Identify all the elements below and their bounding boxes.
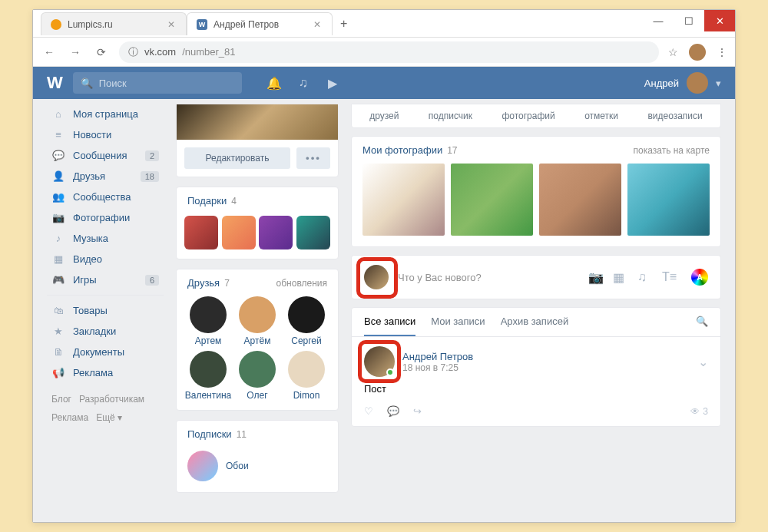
- stat-tags[interactable]: отметки: [584, 111, 618, 121]
- new-tab-button[interactable]: +: [333, 17, 355, 31]
- tab-lumpics[interactable]: Lumpics.ru ✕: [41, 12, 187, 35]
- nav-games[interactable]: 🎮Игры6: [47, 269, 164, 290]
- composer-avatar: [364, 265, 389, 289]
- friend-item[interactable]: Артём: [233, 296, 281, 346]
- like-button[interactable]: ♡: [364, 405, 373, 417]
- post-author-avatar[interactable]: [364, 346, 395, 377]
- friend-item[interactable]: Сергей: [283, 296, 330, 346]
- gift-item[interactable]: [259, 216, 293, 249]
- subs-title[interactable]: Подписки: [187, 428, 232, 440]
- tab-archive[interactable]: Архив записей: [501, 316, 569, 336]
- post-composer[interactable]: Что у Вас нового? 📷 ▦ ♫ T≡ A: [351, 255, 721, 299]
- vk-user-menu[interactable]: Андрей ▾: [644, 72, 721, 94]
- photo-thumb[interactable]: [627, 164, 710, 236]
- friends-title[interactable]: Друзья: [187, 277, 220, 289]
- friend-item[interactable]: Артем: [184, 296, 232, 346]
- music-icon: ♪: [51, 233, 65, 244]
- gifts-title[interactable]: Подарки: [187, 195, 227, 207]
- back-button[interactable]: ←: [41, 44, 58, 61]
- maximize-button[interactable]: ☐: [674, 10, 704, 31]
- photo-icon: 📷: [51, 212, 65, 223]
- profile-picture-card: Редактировать •••: [176, 104, 339, 177]
- photos-title[interactable]: Мои фотографии: [362, 144, 442, 156]
- close-icon[interactable]: ✕: [166, 19, 177, 30]
- minimize-button[interactable]: —: [643, 10, 674, 31]
- nav-video[interactable]: ▦Видео: [47, 249, 164, 269]
- stat-follower[interactable]: подписчик: [429, 111, 472, 121]
- main-column: друзей подписчик фотографий отметки виде…: [351, 104, 721, 522]
- reload-button[interactable]: ⟳: [93, 44, 110, 61]
- friend-item[interactable]: Валентина: [184, 351, 232, 401]
- edit-profile-button[interactable]: Редактировать: [184, 147, 290, 169]
- close-button[interactable]: ✕: [704, 10, 735, 31]
- show-on-map[interactable]: показать на карте: [634, 145, 710, 156]
- gift-item[interactable]: [222, 216, 256, 249]
- wall-search-icon[interactable]: 🔍: [696, 316, 708, 336]
- friend-item[interactable]: Олег: [233, 351, 281, 401]
- nav-communities[interactable]: 👥Сообщества: [47, 187, 164, 207]
- nav-news[interactable]: ≡Новости: [47, 124, 164, 145]
- menu-icon[interactable]: ⋮: [717, 46, 727, 58]
- comment-button[interactable]: 💬: [387, 405, 399, 417]
- share-button[interactable]: ↪: [413, 405, 422, 417]
- attach-video-icon[interactable]: ▦: [613, 270, 627, 285]
- chrome-profile-avatar[interactable]: [689, 44, 706, 61]
- friends-updates[interactable]: обновления: [276, 278, 327, 289]
- friend-avatar: [190, 351, 227, 388]
- photo-thumb[interactable]: [362, 164, 445, 236]
- gift-item[interactable]: [296, 216, 330, 249]
- nav-bookmarks[interactable]: ★Закладки: [47, 321, 164, 342]
- gift-item[interactable]: [184, 216, 218, 249]
- stat-photos[interactable]: фотографий: [502, 111, 554, 121]
- vk-logo[interactable]: W: [47, 73, 62, 93]
- friends-icon: 👤: [51, 170, 65, 182]
- stat-friends[interactable]: друзей: [369, 111, 399, 121]
- titlebar: Lumpics.ru ✕ W Андрей Петров ✕ + — ☐ ✕: [33, 10, 735, 38]
- sub-item[interactable]: Обои: [177, 444, 338, 492]
- nav-my-page[interactable]: ⌂Моя страница: [47, 104, 164, 124]
- footer-more[interactable]: Ещё ▾: [96, 411, 122, 425]
- vk-search[interactable]: 🔍 Поиск: [73, 72, 242, 94]
- close-icon[interactable]: ✕: [312, 19, 323, 30]
- photo-thumb[interactable]: [451, 164, 533, 236]
- nav-ads[interactable]: 📢Реклама: [47, 362, 164, 383]
- friends-card: Друзья7обновления АртемАртёмСергейВалент…: [176, 269, 339, 411]
- post-author-name[interactable]: Андрей Петров: [402, 351, 473, 362]
- friend-name: Валентина: [185, 390, 231, 401]
- play-icon[interactable]: ▶: [325, 75, 340, 91]
- star-icon[interactable]: ☆: [668, 46, 678, 58]
- footer-dev[interactable]: Разработчикам: [79, 392, 144, 406]
- nav-market[interactable]: 🛍Товары: [47, 300, 164, 321]
- notifications-icon[interactable]: 🔔: [266, 75, 282, 91]
- left-footer: Блог Разработчикам Реклама Ещё ▾: [47, 392, 164, 425]
- nav-friends[interactable]: 👤Друзья18: [47, 166, 164, 187]
- address-bar[interactable]: ⓘ vk.com/number_81: [119, 41, 659, 63]
- tab-vk[interactable]: W Андрей Петров ✕: [187, 12, 333, 35]
- photo-thumb[interactable]: [539, 164, 621, 236]
- left-nav: ⌂Моя страница ≡Новости 💬Сообщения2 👤Друз…: [47, 104, 164, 522]
- footer-ads[interactable]: Реклама: [51, 411, 88, 425]
- attach-photo-icon[interactable]: 📷: [588, 270, 602, 285]
- stat-videos[interactable]: видеозаписи: [647, 111, 702, 121]
- browser-navbar: ← → ⟳ ⓘ vk.com/number_81 ☆ ⋮: [33, 38, 735, 67]
- nav-documents[interactable]: 🗎Документы: [47, 342, 164, 362]
- header-avatar: [687, 72, 708, 94]
- text-style-icon[interactable]: T≡: [662, 270, 676, 285]
- window-controls: — ☐ ✕: [643, 10, 735, 31]
- nav-music[interactable]: ♪Музыка: [47, 228, 164, 249]
- nav-photos[interactable]: 📷Фотографии: [47, 207, 164, 228]
- emoji-icon[interactable]: A: [691, 269, 708, 286]
- profile-picture[interactable]: [177, 104, 338, 140]
- friend-item[interactable]: Dimon: [283, 351, 330, 401]
- tab-my-posts[interactable]: Мои записи: [431, 316, 485, 336]
- profile-more-button[interactable]: •••: [296, 147, 330, 169]
- subs-count: 11: [237, 429, 247, 440]
- tab-all-posts[interactable]: Все записи: [364, 316, 415, 336]
- forward-button[interactable]: →: [67, 44, 84, 61]
- nav-messages[interactable]: 💬Сообщения2: [47, 145, 164, 166]
- music-icon[interactable]: ♫: [296, 75, 311, 91]
- post-date: 18 ноя в 7:25: [402, 362, 473, 373]
- post-menu-icon[interactable]: ⌄: [698, 355, 708, 369]
- attach-music-icon[interactable]: ♫: [637, 270, 651, 285]
- footer-blog[interactable]: Блог: [51, 392, 71, 406]
